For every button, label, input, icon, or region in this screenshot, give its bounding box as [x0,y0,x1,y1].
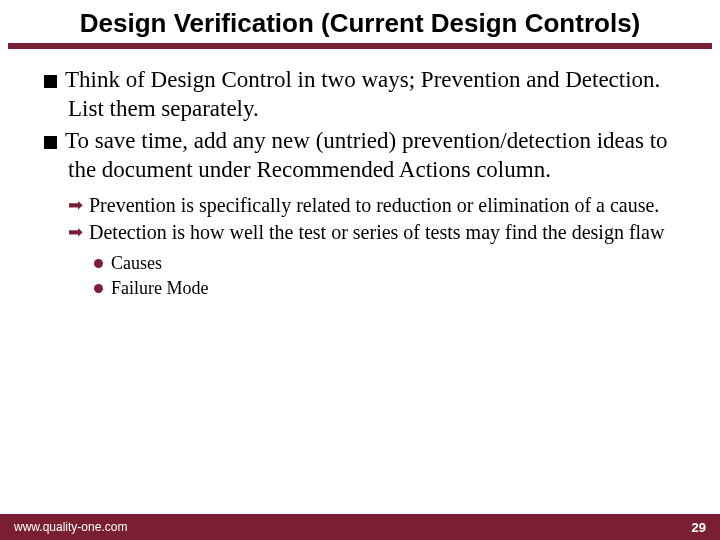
bullet-lvl2: ➡Prevention is specifically related to r… [68,193,692,219]
bullet-text: Prevention is specifically related to re… [89,194,659,216]
arrow-right-icon: ➡ [68,195,83,215]
footer-url: www.quality-one.com [14,520,127,534]
bullet-text: To save time, add any new (untried) prev… [65,128,668,182]
bullet-lvl1: Think of Design Control in two ways; Pre… [28,65,692,124]
bullet-text: Causes [111,253,162,273]
square-bullet-icon [44,136,57,149]
dot-bullet-icon [94,259,103,268]
slide-body: Think of Design Control in two ways; Pre… [0,49,720,514]
bullet-lvl1: To save time, add any new (untried) prev… [28,126,692,185]
bullet-lvl3: Failure Mode [94,277,692,300]
slide-title: Design Verification (Current Design Cont… [8,8,712,39]
square-bullet-icon [44,75,57,88]
bullet-text: Detection is how well the test or series… [89,221,664,243]
bullet-text: Failure Mode [111,278,208,298]
bullet-lvl3: Causes [94,252,692,275]
lvl2-group: ➡Prevention is specifically related to r… [28,193,692,300]
slide: Design Verification (Current Design Cont… [0,0,720,540]
arrow-right-icon: ➡ [68,222,83,242]
dot-bullet-icon [94,284,103,293]
page-number: 29 [692,520,706,535]
footer-bar: www.quality-one.com 29 [0,514,720,540]
lvl3-group: Causes Failure Mode [68,252,692,300]
bullet-text: Think of Design Control in two ways; Pre… [65,67,660,121]
title-wrap: Design Verification (Current Design Cont… [0,0,720,49]
bullet-lvl2: ➡Detection is how well the test or serie… [68,220,692,246]
